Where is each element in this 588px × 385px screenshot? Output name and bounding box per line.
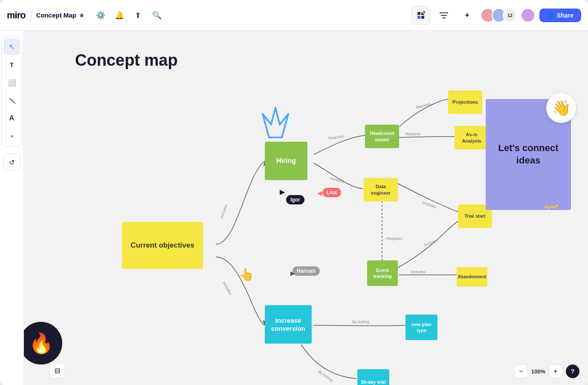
line-tool[interactable]: |: [0, 88, 24, 113]
new-plan-type-node: new plan type: [406, 315, 437, 340]
filter-tool-button[interactable]: [434, 6, 453, 25]
settings-button[interactable]: ⚙️: [93, 8, 108, 23]
notifications-button[interactable]: 🔔: [112, 8, 127, 23]
avatar-solo: [521, 8, 535, 23]
header: miro Concept Map ★ ⚙️ 🔔 ⬆ 🔍: [0, 0, 588, 31]
header-divider: [31, 10, 31, 20]
svg-text:Includes: Includes: [423, 238, 438, 247]
abandonment-node: Abandonment: [457, 267, 487, 286]
undo-button[interactable]: ↺: [3, 154, 20, 171]
svg-rect-0: [417, 12, 420, 15]
more-tool[interactable]: »: [3, 128, 20, 145]
as-is-analysis-node: As-is Analysis: [455, 126, 489, 149]
svg-text:Includes: Includes: [222, 281, 233, 295]
text-tool[interactable]: T: [3, 56, 20, 73]
svg-text:Requires: Requires: [328, 134, 345, 140]
zoom-out-button[interactable]: −: [514, 365, 528, 378]
svg-rect-2: [417, 16, 420, 19]
main-area: ↖ T ⬜ | A » ↺ Requires: [0, 31, 588, 385]
hand-wave-sticker: 👋: [546, 93, 576, 123]
zoom-in-button[interactable]: +: [549, 365, 562, 378]
zoom-level: 100%: [531, 368, 545, 375]
data-engineer-node: Data engineer: [364, 178, 398, 201]
header-right: + ✦ 12 👤 Share: [411, 6, 581, 25]
help-button[interactable]: ?: [566, 365, 579, 378]
grid-view-button[interactable]: +: [411, 6, 430, 25]
share-icon: 👤: [547, 12, 554, 19]
headcount-model-node: Headcount model: [365, 125, 399, 148]
svg-rect-3: [421, 16, 424, 19]
svg-text:Requires: Requires: [406, 132, 421, 136]
svg-text:Includes: Includes: [411, 270, 426, 274]
svg-text:- Requires -: - Requires -: [384, 236, 404, 241]
toolbar-group-primary: ↖ T ⬜ | A »: [1, 36, 23, 147]
canvas-title: Concept map: [75, 51, 178, 70]
upload-button[interactable]: ⬆: [130, 8, 146, 23]
thirty-day-trial-node: 30-day trial: [357, 369, 389, 385]
sidebar-toggle[interactable]: ⊟: [49, 363, 65, 378]
sticky-tool[interactable]: ⬜: [3, 74, 20, 91]
collaborator-avatars: 12: [481, 8, 535, 23]
share-button[interactable]: 👤 Share: [539, 9, 581, 22]
app-container: miro Concept Map ★ ⚙️ 🔔 ⬆ 🔍: [0, 0, 588, 385]
projections-node: Projections: [448, 90, 482, 114]
star-icon[interactable]: ★: [79, 12, 84, 19]
lisa-cursor-arrow: ◀: [317, 190, 322, 196]
left-toolbar: ↖ T ⬜ | A » ↺: [0, 31, 24, 385]
fire-sticker: 🔥: [24, 322, 62, 365]
current-objectives-node: Current objectives: [122, 222, 203, 269]
svg-text:By testing: By testing: [352, 320, 369, 324]
canvas[interactable]: Requires Requires Requires Includes Incl…: [24, 31, 588, 385]
miro-logo: miro: [7, 10, 26, 21]
svg-text:+: +: [423, 11, 424, 14]
header-left: miro Concept Map ★ ⚙️ 🔔 ⬆ 🔍: [7, 8, 165, 23]
lisa-cursor: Lisa: [322, 188, 341, 197]
squiggle-decoration: 〰: [544, 200, 559, 217]
hannah-cursor-arrow: ▶: [290, 270, 295, 277]
header-tools: ⚙️ 🔔 ⬆ 🔍: [93, 8, 165, 23]
svg-text:Includes: Includes: [422, 200, 437, 209]
igor-cursor-arrow: ▶: [280, 188, 285, 196]
hannah-cursor: Hannah: [293, 266, 320, 276]
font-tool[interactable]: A: [3, 110, 20, 127]
svg-text:Includes: Includes: [219, 204, 228, 219]
search-button[interactable]: 🔍: [149, 8, 165, 23]
board-title: Concept Map ★: [36, 12, 84, 19]
igor-cursor: Igor: [286, 195, 304, 204]
svg-text:Requires: Requires: [415, 102, 432, 110]
cursor-tool-button[interactable]: ✦: [458, 6, 476, 25]
avatar-count: 12: [503, 8, 517, 23]
hiring-node: Hiring: [265, 142, 307, 180]
cursor-tool[interactable]: ↖: [3, 38, 20, 55]
svg-text:Includes: Includes: [330, 176, 345, 184]
event-tracking-node: Event tracking: [367, 260, 398, 286]
hand-cursor: 👆: [239, 268, 254, 282]
bottom-bar: − 100% + ?: [514, 365, 579, 378]
svg-text:By testing: By testing: [318, 369, 334, 382]
increase-conversion-node: Increase conversion: [265, 305, 312, 344]
